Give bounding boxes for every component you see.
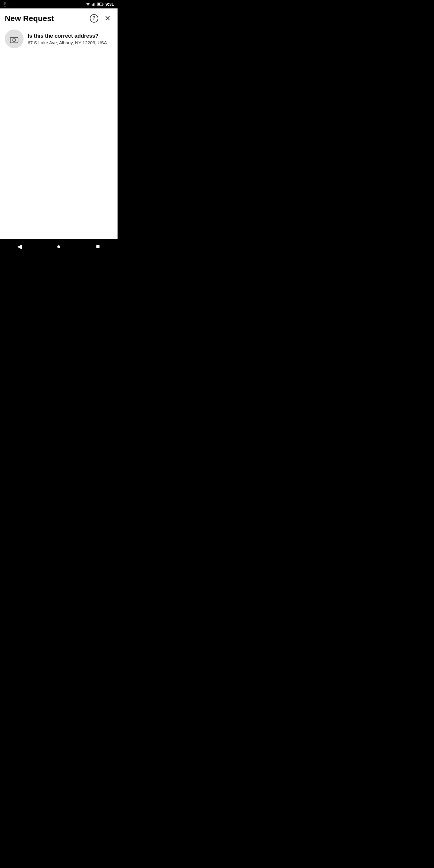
svg-rect-1 <box>92 4 92 6</box>
address-text-block: Is this the correct address? 67 S Lake A… <box>28 33 113 45</box>
svg-rect-3 <box>93 3 94 6</box>
back-icon: ◀ <box>17 243 22 250</box>
battery-icon <box>97 2 104 6</box>
signal-icon <box>92 2 96 6</box>
recents-icon: ■ <box>96 243 100 250</box>
home-button[interactable]: ● <box>50 241 68 253</box>
svg-point-0 <box>88 5 89 6</box>
recents-button[interactable]: ■ <box>89 241 107 253</box>
close-icon: ✕ <box>104 14 111 23</box>
svg-rect-2 <box>93 4 93 6</box>
wifi-icon <box>86 2 90 6</box>
help-icon: ? <box>93 16 96 21</box>
camera-icon: + <box>9 34 19 43</box>
sim-icon: 📱 <box>2 2 7 7</box>
map-section: 90 20 9W 443 87 787 <box>0 53 118 239</box>
close-button[interactable]: ✕ <box>102 13 113 24</box>
status-bar-right: 9:31 <box>86 2 114 7</box>
header-icons: ? ✕ <box>90 13 113 24</box>
svg-rect-4 <box>94 3 95 6</box>
nav-bar: ◀ ● ■ <box>0 239 118 254</box>
status-bar: 📱 9:31 <box>0 0 118 8</box>
home-icon: ● <box>57 243 61 250</box>
svg-point-13 <box>13 38 16 41</box>
address-card: + Is this the correct address? 67 S Lake… <box>0 27 118 53</box>
address-question: Is this the correct address? <box>28 33 113 39</box>
help-button[interactable]: ? <box>90 14 98 23</box>
camera-icon-circle: + <box>5 30 24 48</box>
app-container: New Request ? ✕ + Is this the correct ad… <box>0 8 118 239</box>
back-button[interactable]: ◀ <box>10 241 29 253</box>
status-bar-left: 📱 <box>2 2 7 7</box>
address-detail: 67 S Lake Ave, Albany, NY 12203, USA <box>28 40 113 45</box>
page-title: New Request <box>5 14 54 23</box>
time-display: 9:31 <box>105 2 114 7</box>
header: New Request ? ✕ <box>0 8 118 27</box>
svg-rect-6 <box>103 4 103 5</box>
